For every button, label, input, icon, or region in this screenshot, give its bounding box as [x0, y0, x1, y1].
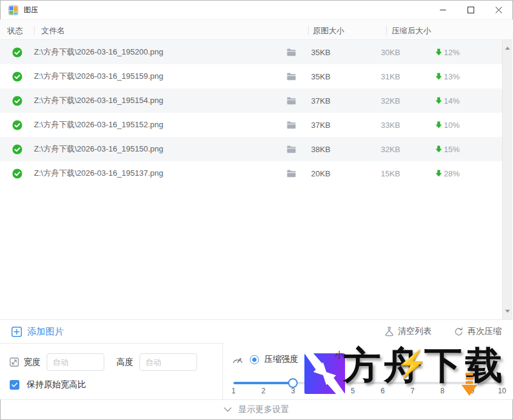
row-reduction: 28%	[434, 169, 502, 178]
slider-tick-label: 6	[381, 387, 385, 395]
slider-tick-label: 5	[351, 387, 355, 395]
strength-label: 压缩强度	[264, 354, 298, 365]
row-original-size: 38KB	[303, 145, 373, 154]
row-filename: Z:\方舟下载\2026-03-16_195137.png	[34, 168, 279, 179]
check-icon	[12, 382, 18, 387]
app-icon[interactable]	[8, 5, 18, 15]
slider-tick-label: 8	[440, 387, 444, 395]
row-compressed-size: 33KB	[373, 121, 434, 130]
folder-icon[interactable]	[287, 145, 296, 153]
row-original-size: 20KB	[303, 169, 373, 178]
status-success-icon	[12, 120, 22, 130]
file-list: Z:\方舟下载\2026-03-16_195200.png 35KB 30KB …	[0, 40, 513, 319]
folder-icon[interactable]	[287, 121, 296, 129]
scroll-up-icon[interactable]	[505, 47, 510, 50]
width-input[interactable]	[47, 353, 104, 371]
column-divider	[34, 25, 35, 35]
row-original-size: 37KB	[303, 96, 373, 105]
hidden-option-fragment: 小	[335, 350, 343, 361]
slider-fill	[233, 382, 293, 384]
column-header-original-size: 原图大小	[313, 25, 344, 36]
folder-icon[interactable]	[287, 170, 296, 178]
row-reduction: 15%	[434, 145, 502, 154]
app-window: 图压 状态 文件名 原图大小 压缩后大小	[0, 0, 513, 420]
resize-settings: 宽度 高度 保持原始宽高比	[0, 343, 223, 399]
slider-tick-label: 9	[470, 387, 474, 395]
slider-tick-label: 10	[498, 387, 506, 395]
row-reduction-value: 14%	[444, 96, 460, 105]
row-filename: Z:\方舟下载\2026-03-16_195152.png	[34, 119, 279, 130]
show-more-settings[interactable]: 显示更多设置	[1, 399, 512, 419]
slider-tick-labels: 12345678910	[233, 387, 502, 398]
row-original-size: 35KB	[303, 48, 373, 57]
chevron-down-icon	[224, 407, 232, 412]
slider-tick-label: 2	[261, 387, 266, 395]
column-divider	[308, 25, 309, 35]
clear-list-label: 清空列表	[398, 326, 432, 337]
status-success-icon	[12, 96, 22, 106]
table-row[interactable]: Z:\方舟下载\2026-03-16_195137.png 20KB 15KB …	[0, 161, 502, 185]
slider-tick-label: 1	[232, 387, 236, 395]
slider-tick-label: 3	[291, 387, 295, 395]
table-row[interactable]: Z:\方舟下载\2026-03-16_195152.png 37KB 33KB …	[0, 113, 502, 137]
status-success-icon	[12, 144, 22, 155]
row-reduction: 13%	[434, 72, 502, 81]
row-filename: Z:\方舟下载\2026-03-16_195154.png	[34, 95, 279, 106]
row-original-size: 35KB	[303, 72, 373, 81]
clear-list-button[interactable]: 清空列表	[385, 326, 432, 337]
table-row[interactable]: Z:\方舟下载\2026-03-16_195154.png 37KB 32KB …	[0, 88, 502, 113]
table-header: 状态 文件名 原图大小 压缩后大小	[0, 19, 513, 40]
recompress-button[interactable]: 再次压缩	[454, 326, 501, 337]
minimize-button[interactable]	[429, 1, 457, 19]
status-success-icon	[12, 72, 22, 82]
row-filename: Z:\方舟下载\2026-03-16_195150.png	[34, 144, 279, 155]
height-label: 高度	[116, 357, 133, 368]
refresh-icon	[454, 327, 463, 336]
add-plus-icon	[12, 327, 22, 337]
row-compressed-size: 32KB	[373, 145, 434, 154]
strength-radio[interactable]	[250, 355, 259, 364]
row-filename: Z:\方舟下载\2026-03-16_195159.png	[34, 71, 279, 82]
status-success-icon	[12, 47, 22, 58]
width-label: 宽度	[24, 357, 41, 368]
folder-icon[interactable]	[287, 73, 296, 81]
table-row[interactable]: Z:\方舟下载\2026-03-16_195159.png 35KB 31KB …	[0, 64, 502, 88]
row-reduction: 14%	[434, 96, 502, 105]
show-more-settings-label: 显示更多设置	[238, 404, 289, 415]
toolbar: 添加图片 清空列表 再次压缩	[0, 319, 513, 343]
maximize-button[interactable]	[457, 1, 485, 19]
close-button[interactable]	[485, 1, 512, 19]
table-row[interactable]: Z:\方舟下载\2026-03-16_195200.png 35KB 30KB …	[0, 40, 502, 64]
row-original-size: 37KB	[303, 121, 373, 130]
add-images-button[interactable]: 添加图片	[12, 326, 64, 338]
down-arrow-icon	[435, 48, 442, 56]
height-input[interactable]	[139, 353, 197, 371]
status-success-icon	[12, 168, 22, 179]
recompress-label: 再次压缩	[468, 326, 501, 337]
compression-settings: 压缩强度 小 12345678910	[224, 343, 513, 399]
row-reduction-value: 13%	[444, 72, 460, 81]
scroll-down-icon[interactable]	[505, 310, 510, 313]
slider-tick-label: 7	[411, 387, 415, 395]
row-compressed-size: 32KB	[373, 96, 434, 105]
row-reduction-value: 28%	[444, 169, 460, 178]
folder-icon[interactable]	[287, 48, 296, 56]
list-scrollbar[interactable]	[502, 40, 512, 319]
table-row[interactable]: Z:\方舟下载\2026-03-16_195150.png 38KB 32KB …	[0, 137, 502, 161]
keep-ratio-checkbox[interactable]	[10, 380, 19, 390]
down-arrow-icon	[435, 145, 442, 153]
column-header-status: 状态	[7, 25, 23, 36]
add-images-label: 添加图片	[27, 326, 64, 338]
row-filename: Z:\方舟下载\2026-03-16_195200.png	[34, 47, 279, 58]
resize-icon	[10, 358, 19, 367]
folder-icon[interactable]	[287, 97, 296, 105]
row-reduction: 10%	[434, 121, 502, 130]
down-arrow-icon	[435, 170, 442, 177]
down-arrow-icon	[435, 73, 442, 80]
row-reduction-value: 15%	[444, 145, 460, 154]
row-reduction: 12%	[434, 48, 502, 57]
slider-tick-label: 4	[321, 387, 325, 395]
settings-panel: 宽度 高度 保持原始宽高比	[0, 343, 513, 399]
window-controls	[429, 1, 512, 19]
column-divider	[386, 25, 387, 35]
